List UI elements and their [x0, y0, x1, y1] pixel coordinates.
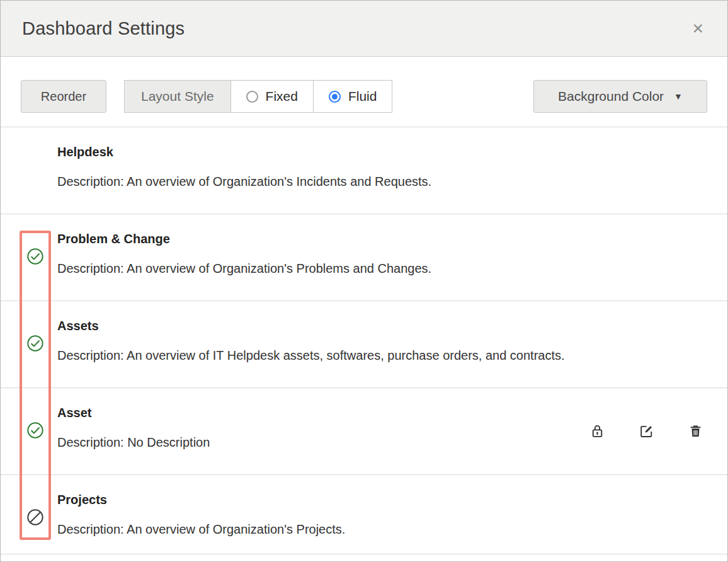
dashboard-name: Assets — [57, 319, 727, 333]
radio-fixed-label: Fixed — [266, 89, 298, 104]
dashboard-list: Helpdesk Description: An overview of Org… — [1, 127, 727, 554]
dashboard-settings-dialog: Dashboard Settings × Reorder Layout Styl… — [0, 0, 728, 562]
radio-fixed[interactable]: Fixed — [231, 80, 314, 113]
dashboard-row: Assets Description: An overview of IT He… — [1, 301, 727, 387]
dashboard-row: Problem & Change Description: An overvie… — [1, 214, 727, 301]
background-color-label: Background Color — [558, 89, 664, 104]
chevron-down-icon: ▼ — [674, 92, 683, 101]
radio-fluid-icon[interactable] — [329, 91, 341, 103]
background-color-dropdown[interactable]: Background Color ▼ — [533, 80, 707, 113]
close-icon[interactable]: × — [692, 19, 703, 38]
radio-fluid-label: Fluid — [348, 89, 377, 104]
dialog-header: Dashboard Settings × — [1, 1, 727, 57]
dashboard-description: Description: An overview of Organization… — [57, 175, 727, 189]
dialog-title: Dashboard Settings — [22, 18, 692, 39]
dashboard-name: Asset — [57, 406, 727, 420]
lock-icon[interactable] — [589, 423, 605, 439]
dashboard-description: Description: An overview of IT Helpdesk … — [57, 348, 727, 363]
dashboard-name: Helpdesk — [57, 145, 727, 159]
dashboard-name: Projects — [57, 493, 727, 507]
dashboard-row: Projects Description: An overview of Org… — [1, 474, 727, 554]
status-enabled-icon[interactable] — [26, 335, 44, 352]
reorder-button[interactable]: Reorder — [21, 80, 106, 113]
layout-style-group: Layout Style Fixed Fluid — [124, 80, 392, 113]
dashboard-description: Description: An overview of Organization… — [57, 522, 727, 537]
layout-style-label: Layout Style — [124, 80, 231, 113]
trash-icon[interactable] — [688, 423, 703, 439]
dashboard-description: Description: An overview of Organization… — [57, 261, 727, 276]
radio-fluid[interactable]: Fluid — [314, 80, 393, 113]
dashboard-row: Asset Description: No Description — [1, 387, 727, 474]
status-enabled-icon[interactable] — [26, 422, 44, 439]
dashboard-row: Helpdesk Description: An overview of Org… — [1, 127, 727, 214]
status-disabled-icon[interactable] — [26, 508, 44, 526]
edit-icon[interactable] — [639, 423, 654, 439]
row-actions — [589, 423, 703, 439]
status-enabled-icon[interactable] — [26, 248, 44, 265]
toolbar: Reorder Layout Style Fixed Fluid Backgro… — [1, 80, 727, 113]
radio-fixed-icon[interactable] — [246, 91, 258, 103]
dashboard-name: Problem & Change — [57, 232, 727, 246]
